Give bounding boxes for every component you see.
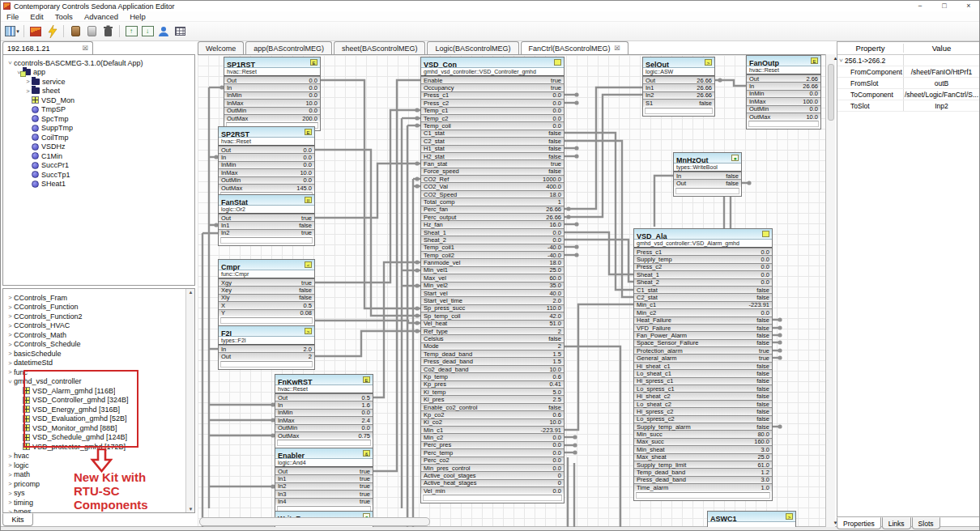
grid-table-button[interactable]: [172, 23, 188, 39]
slot-row[interactable]: Fan_stattrue: [421, 159, 564, 167]
slot-row[interactable]: Time_alarm1.0: [634, 483, 772, 491]
slot-row[interactable]: Lo_spress_c1false: [634, 384, 772, 392]
slot-row[interactable]: Hi_sheat_c2false: [634, 392, 772, 399]
tree-item-VSD_Schedule_gmhd [124B][interactable]: VSD_Schedule_gmhd [124B]: [3, 433, 194, 443]
tree-item-VSD_Mon[interactable]: VSD_Mon: [3, 96, 194, 105]
slot-row[interactable]: C2_statfalse: [634, 293, 772, 300]
slot-row[interactable]: OutMax200.0: [224, 114, 320, 121]
slot-row[interactable]: H1_statfalse: [421, 145, 564, 152]
block-MnHzOut[interactable]: MnHzOut●types::WriteBoolInfalseOutfalse: [673, 152, 742, 197]
block-SelOut[interactable]: SelOut>logic::ASWOut26.66In126.66In226.6…: [642, 57, 715, 117]
slot-row[interactable]: In4true: [275, 498, 373, 505]
slot-row[interactable]: In1false: [219, 221, 314, 228]
block-Cmpr[interactable]: Cmpr<func::CmprXgytrueXeyfalseXlyfalseX0…: [218, 259, 315, 326]
tree-item-app[interactable]: >app: [3, 68, 194, 78]
slot-row[interactable]: Min_c1-223.91: [634, 301, 772, 308]
block-header[interactable]: VSD_Ala: [634, 229, 772, 240]
block-header[interactable]: F2I>: [219, 326, 314, 337]
slot-row[interactable]: Heat_Failurefalse: [634, 316, 772, 324]
slot-row[interactable]: Perc_fan26.66: [421, 206, 564, 213]
slot-row[interactable]: Sp_temp_coil42.0: [421, 312, 564, 319]
slot-row[interactable]: OutMax0.75: [275, 431, 373, 439]
slot-row[interactable]: Force_speedfalse: [421, 168, 564, 175]
slot-row[interactable]: Min_succ80.0: [634, 430, 772, 437]
tree-item-datetimeStd[interactable]: >datetimeStd: [3, 359, 194, 368]
scroll-up-icon[interactable]: ▲: [186, 290, 195, 295]
slot-row[interactable]: In226.66: [643, 91, 714, 99]
scroll-down-icon[interactable]: ▼: [186, 507, 195, 512]
slot-row[interactable]: Press_c20.0: [421, 99, 564, 106]
tab-links[interactable]: Links: [882, 517, 911, 529]
slot-row[interactable]: Celsiusfalse: [421, 334, 564, 342]
slot-row[interactable]: In1true: [275, 474, 373, 482]
slot-row[interactable]: Supply_temp_limit61.0: [634, 461, 772, 468]
slot-row[interactable]: Perc_temp0.0: [421, 448, 564, 456]
slot-row[interactable]: Temp_dead_band1.2: [634, 468, 772, 475]
wiresheet-canvas[interactable]: SP1RSTEhvac::ResetOut0.0In0.0InMin0.0InM…: [198, 54, 825, 527]
tree-item-service[interactable]: >service: [3, 77, 194, 87]
slot-row[interactable]: Min_pres_control0.0: [421, 464, 564, 471]
slot-row[interactable]: Infalse: [674, 172, 741, 179]
slot-row[interactable]: Fanmode_vel18.0: [421, 258, 564, 266]
slot-row[interactable]: Out0.0: [224, 76, 320, 83]
close-button[interactable]: ×: [957, 1, 980, 11]
slot-row[interactable]: Kp_temp0.6: [421, 372, 564, 380]
slot-row[interactable]: Vel_heat51.0: [421, 320, 564, 327]
block-Enabler[interactable]: Enabler&logic::And4OuttrueIn1trueIn2true…: [275, 448, 373, 515]
slot-row[interactable]: In1.6: [275, 401, 373, 408]
slot-row[interactable]: Enable_co2_controlfalse: [421, 403, 564, 410]
slot-row[interactable]: Mode2: [421, 342, 564, 350]
backup-button[interactable]: [67, 23, 83, 39]
slot-row[interactable]: OutMax145.0: [219, 184, 314, 191]
property-row[interactable]: FromSlotoutB: [837, 78, 979, 89]
slot-row[interactable]: Out0.0: [219, 146, 314, 153]
tree-item-sheet[interactable]: >sheet: [3, 87, 194, 96]
block-ASWC1[interactable]: ASWC1>: [707, 511, 796, 527]
slot-row[interactable]: Perc_co20.0: [421, 457, 564, 464]
tree-item-func[interactable]: >func: [3, 367, 194, 377]
slot-row[interactable]: Min_c20.0: [634, 308, 772, 316]
lightning-button[interactable]: [44, 23, 60, 39]
slot-row[interactable]: Occupancytrue: [421, 83, 564, 91]
slot-row[interactable]: CO2_Speed18.0: [421, 190, 564, 198]
tab-properties[interactable]: Properties: [837, 517, 881, 529]
slot-row[interactable]: Sheat_10.0: [421, 228, 564, 236]
maximize-button[interactable]: □: [932, 1, 957, 11]
tree-item-gmhd_vsd_controller[interactable]: >gmhd_vsd_controller: [3, 377, 194, 387]
slot-row[interactable]: In0.0: [219, 153, 314, 160]
slot-row[interactable]: Max_sheat25.0: [634, 453, 772, 461]
block-header[interactable]: SP2RSTE: [219, 127, 314, 138]
slot-row[interactable]: General_alarmtrue: [634, 354, 772, 361]
tab-close-icon[interactable]: ☒: [83, 45, 88, 52]
slot-row[interactable]: Max_vel60.0: [421, 274, 564, 281]
slot-row[interactable]: Ki_co210.0: [421, 418, 564, 426]
slot-row[interactable]: Active_cool_stages0: [421, 471, 564, 478]
tab-slots[interactable]: Slots: [912, 517, 940, 529]
horizontal-scrollbar-thumb[interactable]: [199, 517, 430, 526]
slot-row[interactable]: Min_c1-223.91: [421, 426, 564, 433]
slot-row[interactable]: Active_heat_stages0: [421, 479, 564, 486]
slot-row[interactable]: Kp_pres0.41: [421, 380, 564, 388]
slot-row[interactable]: Outtrue: [219, 214, 314, 221]
slot-row[interactable]: InMax100.0: [747, 97, 820, 104]
scroll-up-icon[interactable]: ▲: [831, 56, 841, 61]
block-header[interactable]: Cmpr<: [219, 260, 314, 270]
tree-item-SuppTmp[interactable]: SuppTmp: [3, 124, 194, 134]
slot-row[interactable]: Xlyfalse: [219, 294, 314, 301]
block-header[interactable]: SelOut>: [643, 57, 714, 68]
block-header[interactable]: FanOutpE: [747, 56, 820, 66]
property-row[interactable]: ToSlotInp2: [837, 100, 979, 112]
slot-row[interactable]: Press_c20.0: [634, 263, 772, 270]
connection-tab[interactable]: 192.168.1.21 ☒: [2, 41, 93, 54]
slot-row[interactable]: Y0.08: [219, 309, 314, 316]
tree-item-VSD_Monitor_gmhd [88B][interactable]: VSD_Monitor_gmhd [88B]: [3, 423, 194, 433]
kits-scrollbar[interactable]: ▲ ▼: [185, 289, 194, 512]
tab-sheet(BAScontrolMEG)[interactable]: sheet(BAScontrolMEG): [334, 41, 426, 54]
tree-item-TmpSP[interactable]: TmpSP: [3, 105, 194, 115]
slot-row[interactable]: OutMin0.0: [224, 107, 320, 114]
slot-row[interactable]: Start_vel_time2.0: [421, 296, 564, 304]
scroll-down-icon[interactable]: ▼: [831, 520, 841, 525]
slot-row[interactable]: Ki_pres2.5: [421, 395, 564, 402]
slot-row[interactable]: Temp_c20.0: [421, 114, 564, 121]
tab-Logic(BAScontrolMEG)[interactable]: Logic(BAScontrolMEG): [427, 41, 518, 54]
